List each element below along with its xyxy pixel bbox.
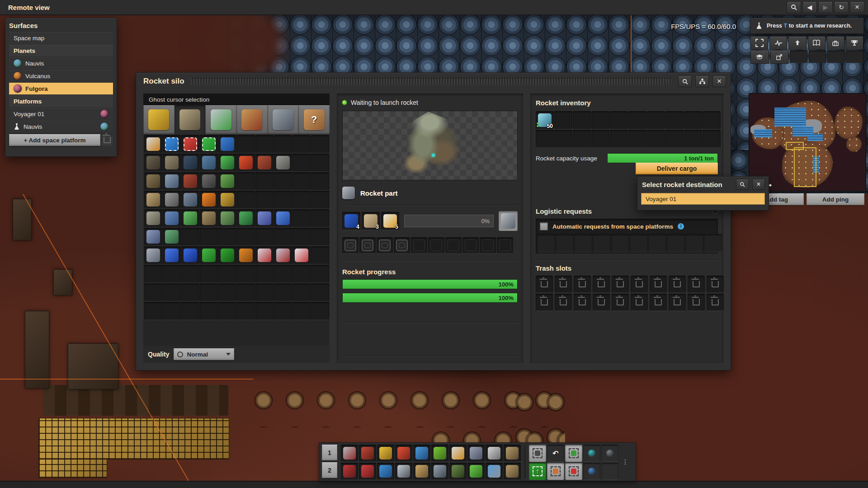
item-slot[interactable]: [292, 302, 311, 320]
quickbar-slot[interactable]: [341, 445, 358, 462]
shortcut-slot[interactable]: [583, 445, 600, 462]
module-slot[interactable]: [428, 237, 444, 253]
surface-item-platform-nauvis[interactable]: Nauvis: [9, 121, 113, 132]
request-slot[interactable]: [556, 234, 574, 252]
surface-item-voyager-01[interactable]: Voyager 01: [9, 108, 113, 120]
inventory-slot[interactable]: 50: [536, 111, 554, 129]
ingredient-slot[interactable]: 5: [381, 212, 399, 230]
request-slot[interactable]: [593, 234, 611, 252]
item-slot[interactable]: [144, 283, 162, 301]
popup-search-button[interactable]: [736, 179, 749, 190]
item-slot[interactable]: [218, 154, 236, 172]
trash-slot[interactable]: [593, 276, 610, 293]
trash-slot[interactable]: [631, 276, 648, 293]
item-slot[interactable]: [237, 283, 255, 301]
item-slot[interactable]: [255, 172, 274, 190]
inventory-slot[interactable]: [684, 130, 702, 148]
ingredient-slot[interactable]: 4: [342, 212, 360, 230]
inventory-slot[interactable]: [610, 111, 628, 129]
quickbar-slot[interactable]: [467, 445, 485, 462]
map-popout-button[interactable]: [770, 50, 789, 64]
shortcut-slot[interactable]: ↑: [529, 463, 546, 480]
quickbar-slot[interactable]: [359, 445, 376, 462]
item-slot[interactable]: [200, 283, 218, 301]
request-slot[interactable]: [667, 234, 685, 252]
inventory-slot[interactable]: [684, 111, 702, 129]
item-slot[interactable]: [255, 135, 274, 153]
item-slot[interactable]: [237, 246, 255, 264]
quickbar-slot[interactable]: [449, 463, 467, 480]
item-group-tab[interactable]: [175, 105, 206, 134]
request-slot[interactable]: [574, 234, 592, 252]
logistic-networks-button[interactable]: [827, 36, 844, 50]
item-slot[interactable]: [274, 283, 292, 301]
trash-slot[interactable]: [536, 276, 553, 293]
item-slot[interactable]: [218, 283, 236, 301]
quickbar-slot[interactable]: [431, 463, 448, 480]
reset-view-button[interactable]: ↻: [834, 1, 849, 13]
empty-shortcut-slot[interactable]: [827, 50, 845, 63]
item-group-tab[interactable]: [143, 105, 175, 134]
item-slot[interactable]: [163, 302, 181, 320]
popup-close-button[interactable]: ×: [752, 179, 765, 190]
achievements-button[interactable]: [846, 36, 863, 50]
item-slot[interactable]: [274, 265, 292, 283]
item-slot[interactable]: [237, 191, 255, 209]
inventory-slot[interactable]: [665, 130, 684, 148]
shortcut-slot[interactable]: [565, 463, 582, 480]
item-slot[interactable]: [200, 172, 218, 190]
item-slot[interactable]: [274, 209, 292, 227]
item-slot[interactable]: [144, 154, 162, 172]
module-slot[interactable]: [394, 237, 410, 253]
surface-item-fulgora-selected[interactable]: Fulgora: [9, 83, 113, 94]
production-statistics-button[interactable]: [769, 36, 787, 50]
item-slot[interactable]: [144, 228, 162, 246]
item-slot[interactable]: [311, 135, 329, 153]
item-slot[interactable]: [144, 209, 162, 227]
item-slot[interactable]: [274, 228, 292, 246]
search-button[interactable]: [787, 1, 801, 13]
trash-slot[interactable]: [650, 276, 667, 293]
item-slot[interactable]: [311, 191, 329, 209]
quickbar-slot[interactable]: [504, 463, 521, 480]
item-slot[interactable]: [237, 172, 255, 190]
item-slot[interactable]: [255, 246, 274, 264]
item-slot[interactable]: [292, 191, 311, 209]
item-slot[interactable]: [237, 135, 255, 153]
module-slot[interactable]: [359, 237, 376, 253]
request-slot[interactable]: [648, 234, 666, 252]
quickbar-slot[interactable]: [467, 463, 485, 480]
item-slot[interactable]: [255, 191, 274, 209]
module-slot[interactable]: [445, 237, 462, 253]
quickbar-slot[interactable]: [377, 463, 394, 480]
window-search-button[interactable]: [678, 75, 692, 87]
item-slot[interactable]: [163, 135, 181, 153]
item-slot[interactable]: [274, 135, 292, 153]
item-slot[interactable]: [255, 228, 274, 246]
circuit-network-button[interactable]: [695, 75, 709, 87]
inventory-slot[interactable]: [554, 111, 572, 129]
item-slot[interactable]: [144, 265, 162, 283]
close-remote-view-button[interactable]: ×: [850, 1, 864, 13]
factoriopedia-button[interactable]: [808, 36, 826, 50]
blueprint-library-button[interactable]: [750, 36, 768, 50]
item-slot[interactable]: [292, 246, 311, 264]
item-slot[interactable]: [200, 228, 218, 246]
item-slot[interactable]: [274, 172, 292, 190]
item-group-tab[interactable]: [236, 105, 268, 134]
item-slot[interactable]: [181, 302, 199, 320]
inventory-slot[interactable]: [573, 111, 591, 129]
add-ping-button[interactable]: Add ping: [807, 193, 864, 205]
inventory-slot[interactable]: [647, 111, 665, 129]
tips-and-tricks-button[interactable]: [750, 50, 769, 64]
item-group-tab[interactable]: ?: [298, 105, 330, 134]
item-slot[interactable]: [218, 135, 236, 153]
item-slot[interactable]: [237, 265, 255, 283]
quickbar-slot[interactable]: [486, 463, 503, 480]
trash-slot[interactable]: [669, 276, 686, 293]
item-slot[interactable]: [255, 265, 274, 283]
item-slot[interactable]: [200, 302, 218, 320]
item-slot[interactable]: [292, 135, 311, 153]
auto-requests-checkbox[interactable]: [540, 222, 548, 230]
item-slot[interactable]: [218, 246, 236, 264]
